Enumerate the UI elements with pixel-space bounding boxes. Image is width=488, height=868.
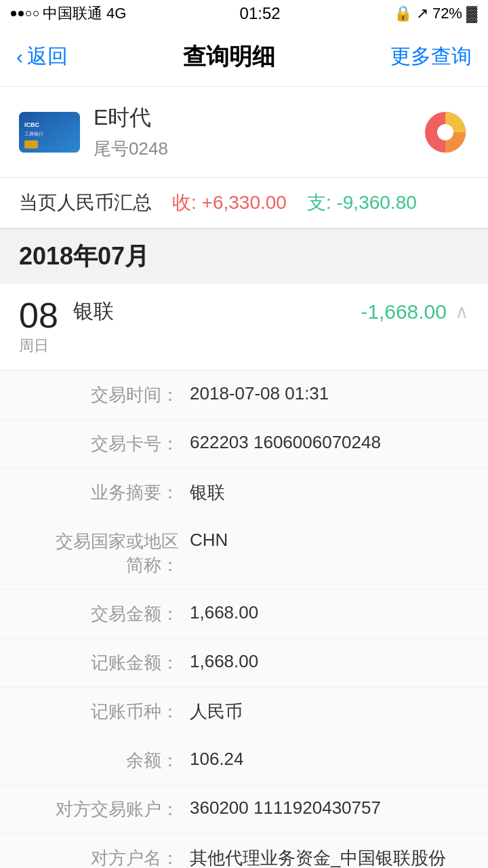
detail-row-counteracc: 对方交易账户： 360200 1111920430757 (0, 785, 488, 834)
tx-row-08-yinlian[interactable]: 银联 -1,668.00 ∧ (73, 298, 469, 326)
more-query-button[interactable]: 更多查询 (390, 43, 472, 71)
detail-value-txamount: 1,668.00 (190, 602, 461, 623)
detail-value-countername: 其他代理业务资金_中国银联股份有限公司广东分公司专户05 (190, 846, 461, 868)
detail-value-country: CHN (190, 530, 461, 551)
card-header: ICBC 工商银行 E时代 尾号0248 (0, 87, 488, 178)
detail-label-time: 交易时间： (27, 383, 190, 407)
detail-label-currency: 记账币种： (27, 700, 190, 724)
network-label: 4G (106, 5, 126, 22)
signal-dot-4 (33, 11, 39, 16)
status-right: 🔒 ↗ 72% ▓ (394, 5, 477, 22)
detail-label-card: 交易卡号： (27, 432, 190, 456)
svg-rect-3 (24, 140, 38, 149)
day-number-08: 08 (19, 298, 73, 333)
signal-dot-1 (11, 11, 16, 16)
detail-label-balance: 余额： (27, 749, 190, 772)
detail-value-time: 2018-07-08 01:31 (190, 383, 461, 404)
status-time: 01:52 (240, 4, 281, 23)
svg-point-5 (437, 124, 453, 140)
detail-row-country: 交易国家或地区简称： CHN (0, 517, 488, 590)
day-number-block-08: 08 周日 (19, 298, 73, 356)
card-image: ICBC 工商银行 (19, 112, 80, 153)
detail-row-time: 交易时间： 2018-07-08 01:31 (0, 371, 488, 420)
detail-label-txamount: 交易金额： (27, 602, 190, 626)
lock-icon: 🔒 (394, 5, 412, 22)
svg-text:ICBC: ICBC (24, 121, 39, 128)
carrier-label: 中国联通 (43, 3, 102, 24)
battery-icon: ▓ (466, 5, 477, 22)
tx-amount-08-yinlian: -1,668.00 (361, 300, 447, 323)
detail-row-countername: 对方户名： 其他代理业务资金_中国银联股份有限公司广东分公司专户05 (0, 834, 488, 868)
detail-value-balance: 106.24 (190, 749, 461, 770)
detail-row-currency: 记账币种： 人民币 (0, 688, 488, 736)
signal-dots (11, 11, 39, 16)
detail-row-bookamount: 记账金额： 1,668.00 (0, 639, 488, 688)
nav-bar: ‹ 返回 查询明细 更多查询 (0, 27, 488, 87)
detail-label-countername: 对方户名： (27, 846, 190, 868)
month-header: 2018年07月 (0, 229, 488, 284)
card-number: 尾号0248 (94, 137, 168, 161)
tx-left-08-yinlian: 银联 (73, 298, 361, 326)
tx-detail-08: 交易时间： 2018-07-08 01:31 交易卡号： 622203 1606… (0, 370, 488, 868)
detail-value-summary: 银联 (190, 481, 461, 505)
battery-label: 72% (432, 5, 462, 22)
status-left: 中国联通 4G (11, 3, 126, 24)
detail-label-counteracc: 对方交易账户： (27, 797, 190, 821)
detail-row-summary: 业务摘要： 银联 (0, 469, 488, 517)
card-name: E时代 (94, 103, 168, 133)
signal-dot-3 (26, 11, 31, 16)
pie-chart-icon[interactable] (422, 108, 469, 156)
day-transactions-08: 银联 -1,668.00 ∧ (73, 298, 469, 326)
location-icon: ↗ (416, 5, 428, 22)
status-bar: 中国联通 4G 01:52 🔒 ↗ 72% ▓ (0, 0, 488, 27)
detail-row-balance: 余额： 106.24 (0, 736, 488, 785)
tx-name-08-yinlian: 银联 (73, 298, 361, 326)
back-button[interactable]: ‹ 返回 (16, 43, 68, 71)
back-label: 返回 (27, 43, 68, 71)
detail-value-bookamount: 1,668.00 (190, 651, 461, 672)
detail-row-txamount: 交易金额： 1,668.00 (0, 590, 488, 639)
summary-income: 收: +6,330.00 (172, 190, 287, 216)
signal-dot-2 (18, 11, 24, 16)
chevron-up-icon-08[interactable]: ∧ (455, 300, 469, 323)
bank-card-svg: ICBC 工商银行 (19, 112, 80, 153)
day-row-08: 08 周日 银联 -1,668.00 ∧ (0, 284, 488, 370)
detail-value-currency: 人民币 (190, 700, 461, 724)
summary-label: 当页人民币汇总 (19, 190, 152, 216)
detail-row-card: 交易卡号： 622203 1606006070248 (0, 420, 488, 469)
summary-row: 当页人民币汇总 收: +6,330.00 支: -9,360.80 (0, 178, 488, 229)
detail-label-country: 交易国家或地区简称： (27, 530, 190, 577)
svg-text:工商银行: 工商银行 (24, 131, 44, 136)
tx-right-08-yinlian: -1,668.00 ∧ (361, 300, 469, 323)
detail-label-bookamount: 记账金额： (27, 651, 190, 675)
day-weekday-08: 周日 (19, 336, 73, 356)
page-title: 查询明细 (183, 41, 275, 73)
day-section-08: 08 周日 银联 -1,668.00 ∧ 交易时间： 2018-07-08 01… (0, 284, 488, 868)
detail-value-counteracc: 360200 1111920430757 (190, 797, 461, 818)
detail-value-card: 622203 1606006070248 (190, 432, 461, 453)
detail-label-summary: 业务摘要： (27, 481, 190, 505)
summary-expense: 支: -9,360.80 (307, 190, 417, 216)
back-chevron-icon: ‹ (16, 45, 23, 68)
card-info: ICBC 工商银行 E时代 尾号0248 (19, 103, 168, 161)
card-text-info: E时代 尾号0248 (94, 103, 168, 161)
